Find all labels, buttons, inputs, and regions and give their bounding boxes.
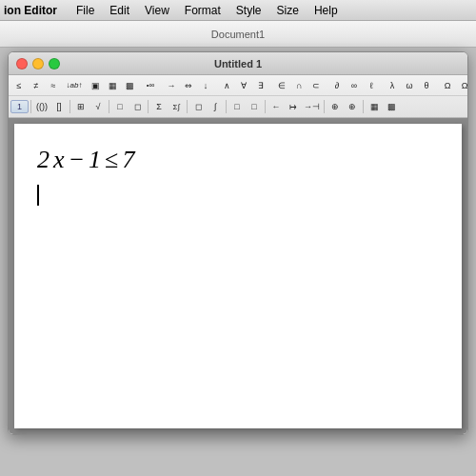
symbol-mapsto[interactable]: ↦ [285, 98, 302, 115]
symbol-ab[interactable]: ↓ab↑ [66, 77, 83, 94]
menu-edit[interactable]: Edit [102, 2, 137, 19]
symbol-downarrow[interactable]: ↓ [197, 77, 214, 94]
symbol-sq4[interactable]: □ [228, 98, 246, 115]
symbol-exists[interactable]: ∃ [252, 77, 269, 94]
maximize-button[interactable] [49, 58, 60, 69]
symbol-leq[interactable]: ≤ [10, 77, 28, 94]
sep-r2-3 [109, 100, 109, 113]
minimize-button[interactable] [32, 58, 44, 69]
toolbar-row-2: 1 (()) [] ⊞ √ □ ◻ Σ Σ∫ ◻ ∫ □ □ ← ↦ →⊣ ⊕ … [9, 96, 467, 117]
symbol-box1[interactable]: ▣ [87, 77, 104, 94]
symbol-cap[interactable]: ∩ [290, 77, 307, 94]
close-button[interactable] [16, 58, 28, 69]
symbol-box3[interactable]: ▩ [121, 77, 138, 94]
rhs: 7 [122, 143, 134, 177]
symbol-sq5[interactable]: □ [246, 98, 263, 115]
math-toolbar: ≤ ≠ ≈ ↓ab↑ ▣ ▦ ▩ •∞ → ⇔ ↓ ∧ ∀ ∃ ∈ ∩ ⊂ ∂ … [9, 75, 467, 118]
symbol-theta[interactable]: θ [418, 77, 435, 94]
var: x [53, 143, 65, 177]
doc-title: Document1 [211, 29, 265, 40]
menu-file[interactable]: File [69, 2, 102, 19]
symbol-approx[interactable]: ≈ [45, 77, 62, 94]
traffic-lights [16, 58, 60, 69]
coef: 2 [37, 143, 50, 177]
symbol-brackets[interactable]: [] [50, 98, 68, 115]
window-titlebar: Untitled 1 [9, 52, 467, 75]
symbol-leftarrow[interactable]: ← [268, 98, 285, 115]
symbol-gridbox2[interactable]: ▩ [383, 98, 400, 115]
num: 1 [89, 143, 101, 177]
symbol-parens[interactable]: (()) [33, 98, 50, 115]
symbol-sq1[interactable]: □ [111, 98, 129, 115]
app-name: ion Editor [4, 4, 57, 17]
text-cursor [37, 185, 39, 206]
symbol-dblarrow[interactable]: ⇔ [180, 77, 197, 94]
toolbar-row-1: ≤ ≠ ≈ ↓ab↑ ▣ ▦ ▩ •∞ → ⇔ ↓ ∧ ∀ ∃ ∈ ∩ ⊂ ∂ … [9, 75, 467, 96]
toolbar-tab-1[interactable]: 1 [10, 100, 29, 113]
doc-page[interactable]: 2x − 1≤ 7 [14, 124, 462, 428]
symbol-lambda[interactable]: λ [384, 77, 401, 94]
symbol-sigma-int[interactable]: Σ∫ [168, 98, 185, 115]
symbol-arrow[interactable]: → [163, 77, 180, 94]
symbol-omega-lower[interactable]: ω [401, 77, 418, 94]
symbol-subset[interactable]: ⊂ [307, 77, 325, 94]
math-expression: 2x − 1≤ 7 [37, 143, 439, 177]
sep-r2-2 [69, 100, 70, 113]
symbol-partial[interactable]: ∂ [328, 77, 346, 94]
sep-r2-8 [324, 100, 325, 113]
menu-format[interactable]: Format [177, 2, 228, 19]
doc-toolbar: Document1 [0, 21, 476, 48]
symbol-arrowdash[interactable]: →⊣ [302, 98, 322, 115]
menu-view[interactable]: View [137, 2, 177, 19]
symbol-gridbox1[interactable]: ▦ [366, 98, 383, 115]
doc-area: 2x − 1≤ 7 [9, 118, 467, 434]
window-title: Untitled 1 [214, 58, 262, 69]
symbol-sigma[interactable]: Σ [150, 98, 168, 115]
system-menubar: ion Editor File Edit View Format Style S… [0, 0, 476, 21]
symbol-grid[interactable]: ⊞ [72, 98, 89, 115]
symbol-sq3[interactable]: ◻ [189, 98, 207, 115]
cursor-line [37, 185, 439, 206]
symbol-Omega[interactable]: Ω [439, 77, 456, 94]
symbol-forall[interactable]: ∀ [235, 77, 252, 94]
symbol-and[interactable]: ∧ [218, 77, 235, 94]
symbol-infty[interactable]: ∞ [346, 77, 363, 94]
symbol-dot-inf[interactable]: •∞ [142, 77, 159, 94]
menu-style[interactable]: Style [228, 2, 269, 19]
sep-r2-4 [148, 100, 149, 113]
sep-r2-1 [30, 100, 31, 113]
symbol-box2[interactable]: ▦ [104, 77, 121, 94]
symbol-oplus1[interactable]: ⊕ [327, 98, 344, 115]
menu-size[interactable]: Size [269, 2, 307, 19]
main-window: Untitled 1 ≤ ≠ ≈ ↓ab↑ ▣ ▦ ▩ •∞ → ⇔ ↓ ∧ ∀… [8, 51, 468, 435]
symbol-int[interactable]: ∫ [207, 98, 224, 115]
menu-help[interactable]: Help [307, 2, 346, 19]
symbol-sq2[interactable]: ◻ [129, 98, 146, 115]
sep-r2-7 [265, 100, 266, 113]
symbol-in[interactable]: ∈ [273, 77, 290, 94]
sep-r2-9 [363, 100, 364, 113]
symbol-ell[interactable]: ℓ [363, 77, 380, 94]
leq: ≤ [105, 143, 118, 177]
symbol-neq[interactable]: ≠ [28, 77, 45, 94]
sep-r2-5 [187, 100, 188, 113]
sep-r2-6 [226, 100, 227, 113]
minus: − [69, 143, 86, 177]
symbol-oplus2[interactable]: ⊕ [344, 98, 361, 115]
symbol-sqrt[interactable]: √ [89, 98, 107, 115]
symbol-Omega2[interactable]: Ω [456, 77, 468, 94]
